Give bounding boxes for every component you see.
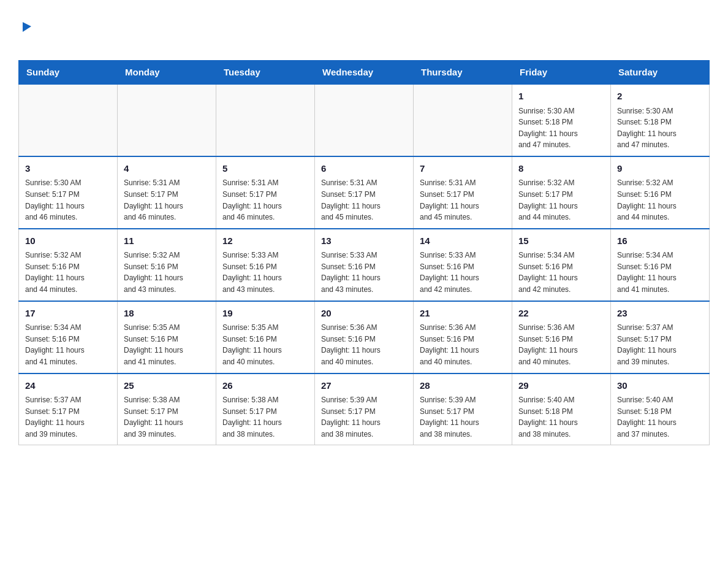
day-number: 10 — [25, 234, 111, 248]
calendar-header-saturday: Saturday — [611, 61, 710, 85]
calendar-header-monday: Monday — [118, 61, 216, 85]
day-number: 23 — [617, 307, 703, 321]
day-number: 18 — [124, 307, 210, 321]
calendar-cell: 14Sunrise: 5:33 AM Sunset: 5:16 PM Dayli… — [414, 229, 512, 301]
day-info: Sunrise: 5:40 AM Sunset: 5:18 PM Dayligh… — [617, 394, 703, 440]
day-number: 17 — [25, 307, 111, 321]
calendar-cell: 15Sunrise: 5:34 AM Sunset: 5:16 PM Dayli… — [512, 229, 611, 301]
calendar-cell: 18Sunrise: 5:35 AM Sunset: 5:16 PM Dayli… — [118, 301, 216, 373]
day-number: 4 — [124, 162, 210, 176]
svg-marker-0 — [23, 22, 31, 32]
day-info: Sunrise: 5:39 AM Sunset: 5:17 PM Dayligh… — [420, 394, 506, 440]
calendar-cell: 3Sunrise: 5:30 AM Sunset: 5:17 PM Daylig… — [19, 156, 118, 229]
calendar-cell: 22Sunrise: 5:36 AM Sunset: 5:16 PM Dayli… — [512, 301, 611, 373]
calendar-week-row: 1Sunrise: 5:30 AM Sunset: 5:18 PM Daylig… — [19, 84, 710, 156]
calendar-header-friday: Friday — [512, 61, 611, 85]
calendar-week-row: 10Sunrise: 5:32 AM Sunset: 5:16 PM Dayli… — [19, 229, 710, 301]
calendar-cell: 8Sunrise: 5:32 AM Sunset: 5:17 PM Daylig… — [512, 156, 611, 229]
calendar-cell: 1Sunrise: 5:30 AM Sunset: 5:18 PM Daylig… — [512, 84, 611, 156]
day-info: Sunrise: 5:34 AM Sunset: 5:16 PM Dayligh… — [617, 250, 703, 295]
calendar-cell: 11Sunrise: 5:32 AM Sunset: 5:16 PM Dayli… — [118, 229, 216, 301]
calendar-cell: 16Sunrise: 5:34 AM Sunset: 5:16 PM Dayli… — [611, 229, 710, 301]
day-info: Sunrise: 5:35 AM Sunset: 5:16 PM Dayligh… — [124, 322, 210, 367]
day-info: Sunrise: 5:30 AM Sunset: 5:17 PM Dayligh… — [25, 177, 111, 223]
day-info: Sunrise: 5:32 AM Sunset: 5:16 PM Dayligh… — [124, 250, 210, 295]
day-info: Sunrise: 5:36 AM Sunset: 5:16 PM Dayligh… — [321, 322, 407, 367]
day-info: Sunrise: 5:33 AM Sunset: 5:16 PM Dayligh… — [222, 250, 308, 295]
day-info: Sunrise: 5:38 AM Sunset: 5:17 PM Dayligh… — [222, 394, 308, 440]
day-number: 6 — [321, 162, 407, 176]
calendar-week-row: 24Sunrise: 5:37 AM Sunset: 5:17 PM Dayli… — [19, 373, 710, 445]
day-number: 14 — [420, 234, 506, 248]
calendar-cell: 6Sunrise: 5:31 AM Sunset: 5:17 PM Daylig… — [315, 156, 414, 229]
day-info: Sunrise: 5:32 AM Sunset: 5:16 PM Dayligh… — [617, 177, 703, 223]
day-info: Sunrise: 5:32 AM Sunset: 5:16 PM Dayligh… — [25, 250, 111, 295]
calendar-cell: 26Sunrise: 5:38 AM Sunset: 5:17 PM Dayli… — [216, 373, 315, 445]
day-info: Sunrise: 5:33 AM Sunset: 5:16 PM Dayligh… — [321, 250, 407, 295]
calendar-cell — [118, 84, 216, 156]
calendar-cell — [216, 84, 315, 156]
day-number: 13 — [321, 234, 407, 248]
calendar-week-row: 3Sunrise: 5:30 AM Sunset: 5:17 PM Daylig… — [19, 156, 710, 229]
calendar-cell — [414, 84, 512, 156]
day-number: 11 — [124, 234, 210, 248]
calendar-cell: 25Sunrise: 5:38 AM Sunset: 5:17 PM Dayli… — [118, 373, 216, 445]
day-info: Sunrise: 5:37 AM Sunset: 5:17 PM Dayligh… — [25, 394, 111, 440]
calendar-cell: 27Sunrise: 5:39 AM Sunset: 5:17 PM Dayli… — [315, 373, 414, 445]
day-number: 9 — [617, 162, 703, 176]
page-header — [18, 12, 710, 54]
calendar-cell: 17Sunrise: 5:34 AM Sunset: 5:16 PM Dayli… — [19, 301, 118, 373]
calendar-header-thursday: Thursday — [414, 61, 512, 85]
calendar-header-row: SundayMondayTuesdayWednesdayThursdayFrid… — [19, 61, 710, 85]
day-number: 20 — [321, 307, 407, 321]
day-info: Sunrise: 5:31 AM Sunset: 5:17 PM Dayligh… — [222, 177, 308, 223]
calendar-cell: 10Sunrise: 5:32 AM Sunset: 5:16 PM Dayli… — [19, 229, 118, 301]
day-number: 27 — [321, 379, 407, 393]
calendar-cell: 30Sunrise: 5:40 AM Sunset: 5:18 PM Dayli… — [611, 373, 710, 445]
day-info: Sunrise: 5:36 AM Sunset: 5:16 PM Dayligh… — [420, 322, 506, 367]
day-number: 19 — [222, 307, 308, 321]
calendar-header-tuesday: Tuesday — [216, 61, 315, 85]
calendar-cell: 9Sunrise: 5:32 AM Sunset: 5:16 PM Daylig… — [611, 156, 710, 229]
calendar-cell: 28Sunrise: 5:39 AM Sunset: 5:17 PM Dayli… — [414, 373, 512, 445]
calendar-cell: 12Sunrise: 5:33 AM Sunset: 5:16 PM Dayli… — [216, 229, 315, 301]
day-info: Sunrise: 5:30 AM Sunset: 5:18 PM Dayligh… — [617, 105, 703, 151]
day-number: 30 — [617, 379, 703, 393]
day-info: Sunrise: 5:34 AM Sunset: 5:16 PM Dayligh… — [518, 250, 604, 295]
calendar-cell — [315, 84, 414, 156]
day-info: Sunrise: 5:33 AM Sunset: 5:16 PM Dayligh… — [420, 250, 506, 295]
calendar-cell: 29Sunrise: 5:40 AM Sunset: 5:18 PM Dayli… — [512, 373, 611, 445]
calendar-cell: 20Sunrise: 5:36 AM Sunset: 5:16 PM Dayli… — [315, 301, 414, 373]
day-info: Sunrise: 5:39 AM Sunset: 5:17 PM Dayligh… — [321, 394, 407, 440]
day-number: 22 — [518, 307, 604, 321]
calendar-cell: 13Sunrise: 5:33 AM Sunset: 5:16 PM Dayli… — [315, 229, 414, 301]
calendar-cell: 19Sunrise: 5:35 AM Sunset: 5:16 PM Dayli… — [216, 301, 315, 373]
calendar-cell: 23Sunrise: 5:37 AM Sunset: 5:17 PM Dayli… — [611, 301, 710, 373]
day-info: Sunrise: 5:31 AM Sunset: 5:17 PM Dayligh… — [321, 177, 407, 223]
day-info: Sunrise: 5:32 AM Sunset: 5:17 PM Dayligh… — [518, 177, 604, 223]
day-info: Sunrise: 5:31 AM Sunset: 5:17 PM Dayligh… — [124, 177, 210, 223]
day-number: 29 — [518, 379, 604, 393]
calendar-cell: 5Sunrise: 5:31 AM Sunset: 5:17 PM Daylig… — [216, 156, 315, 229]
calendar-header-wednesday: Wednesday — [315, 61, 414, 85]
day-info: Sunrise: 5:40 AM Sunset: 5:18 PM Dayligh… — [518, 394, 604, 440]
calendar-cell: 24Sunrise: 5:37 AM Sunset: 5:17 PM Dayli… — [19, 373, 118, 445]
day-number: 7 — [420, 162, 506, 176]
day-number: 2 — [617, 90, 703, 104]
day-number: 24 — [25, 379, 111, 393]
day-number: 25 — [124, 379, 210, 393]
day-info: Sunrise: 5:35 AM Sunset: 5:16 PM Dayligh… — [222, 322, 308, 367]
logo — [18, 12, 38, 54]
day-number: 3 — [25, 162, 111, 176]
day-number: 5 — [222, 162, 308, 176]
day-number: 28 — [420, 379, 506, 393]
day-number: 16 — [617, 234, 703, 248]
calendar-cell: 21Sunrise: 5:36 AM Sunset: 5:16 PM Dayli… — [414, 301, 512, 373]
day-number: 8 — [518, 162, 604, 176]
day-number: 15 — [518, 234, 604, 248]
calendar-table: SundayMondayTuesdayWednesdayThursdayFrid… — [18, 60, 710, 445]
day-info: Sunrise: 5:31 AM Sunset: 5:17 PM Dayligh… — [420, 177, 506, 223]
day-number: 21 — [420, 307, 506, 321]
calendar-week-row: 17Sunrise: 5:34 AM Sunset: 5:16 PM Dayli… — [19, 301, 710, 373]
calendar-cell — [19, 84, 118, 156]
